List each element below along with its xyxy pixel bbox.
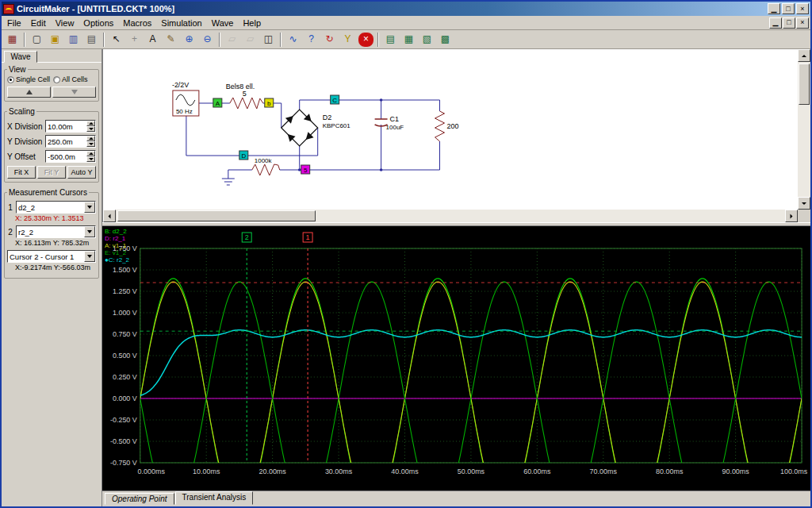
spin-down-button[interactable] [86, 126, 95, 132]
spin-up-button[interactable] [86, 121, 95, 126]
print-button[interactable]: ▤ [83, 32, 100, 48]
scroll-up-button[interactable] [798, 49, 810, 62]
minimize-button[interactable]: ▁ [768, 3, 780, 14]
paste-page-button[interactable]: ▱ [242, 32, 259, 48]
part-tool-button[interactable]: + [126, 32, 143, 48]
stop-button[interactable]: × [358, 32, 374, 48]
maximize-button[interactable]: □ [782, 3, 795, 14]
node-label-d[interactable]: D [239, 151, 248, 160]
spin-down-button[interactable] [86, 141, 95, 147]
titlebar[interactable]: CircuitMaker - [UNTITLED.CKT* 100%] ▁□× [2, 2, 810, 16]
menu-macros[interactable]: Macros [118, 17, 156, 29]
transient-plot[interactable]: 1.750 V1.500 V1.250 V1.000 V0.750 V0.500… [102, 226, 810, 491]
cursor1-signal-select[interactable]: d2_2 [16, 201, 96, 214]
scroll-down-button[interactable] [798, 197, 810, 210]
trace-v1_1[interactable] [140, 282, 802, 491]
waveform-window-button[interactable]: ▦ [400, 32, 417, 48]
mdi-restore-button[interactable]: □ [783, 17, 795, 29]
scroll-left-button[interactable] [103, 210, 116, 222]
cursor-delta-select[interactable]: Cursor 2 - Cursor 1 [7, 250, 96, 263]
menu-view[interactable]: View [51, 17, 79, 29]
schematic-vertical-scrollbar[interactable] [798, 49, 810, 210]
reset-button[interactable]: ↻ [321, 32, 338, 48]
capacitor-name: C1 [390, 115, 399, 123]
menu-simulation[interactable]: Simulation [156, 17, 206, 29]
legend-item-r2_2[interactable]: ●C: r2_2 [105, 256, 129, 264]
bridge-rectifier[interactable]: D2 KBPC601 [282, 110, 351, 146]
y-axis-button[interactable]: Y [339, 32, 356, 48]
combo-arrow-button[interactable] [84, 202, 95, 213]
bode-plot-button[interactable]: ▧ [419, 32, 435, 48]
tab-operating-point[interactable]: Operating Point [105, 493, 174, 505]
copy-page-button[interactable]: ▱ [224, 32, 240, 48]
select-tool-button[interactable]: ↖ [108, 32, 124, 48]
radio-all-cells[interactable]: All Cells [53, 75, 88, 83]
legend-item-d2_2[interactable]: B: d2_2 [105, 228, 129, 235]
tab-wave[interactable]: Wave [4, 51, 37, 63]
node-label-5[interactable]: 5 [301, 165, 310, 174]
fit-x-button[interactable]: Fit X [7, 166, 36, 179]
combo-arrow-button[interactable] [84, 226, 95, 237]
open-file-button[interactable]: ▣ [47, 32, 63, 48]
cursor2-signal-select[interactable]: r2_2 [16, 225, 96, 238]
resistor-r1-name: Bels8 ell. [226, 83, 255, 90]
auto-y-button[interactable]: Auto Y [67, 166, 96, 179]
spin-down-button[interactable] [86, 156, 95, 162]
x-division-input[interactable]: 10.00m [45, 120, 96, 133]
legend-item-v1_2[interactable]: E: v1_2 [105, 249, 129, 256]
node-label-c[interactable]: C [331, 95, 339, 104]
capacitor-c1[interactable]: C1 100uF [375, 115, 404, 131]
zoom-out-button[interactable]: ⊖ [199, 32, 216, 48]
menu-edit[interactable]: Edit [26, 17, 51, 29]
ground-symbol[interactable] [222, 179, 235, 185]
probe-tool-button[interactable]: ∿ [285, 32, 301, 48]
save-file-button[interactable]: ▥ [65, 32, 82, 48]
fit-y-button[interactable]: Fit Y [37, 166, 66, 179]
split-view-button[interactable]: ◫ [260, 32, 277, 48]
mdi-minimize-button[interactable]: ▁ [769, 17, 782, 29]
close-button[interactable]: × [796, 3, 809, 14]
y-offset-input[interactable]: -500.0m [45, 150, 96, 163]
move-trace-up-button[interactable] [7, 87, 51, 98]
legend-item-v1_1[interactable]: A: v1_1 [105, 242, 129, 249]
move-trace-down-button[interactable] [52, 87, 96, 98]
chip-tool-button[interactable]: ▦ [4, 32, 21, 48]
node-label-b[interactable]: b [265, 98, 274, 107]
resistor-r1[interactable]: Bels8 ell. 5 [226, 83, 263, 109]
schematic-canvas[interactable]: -2/2V 50 Hz Bels8 ell. 5 D2 [103, 49, 798, 210]
trace-v1_2[interactable] [140, 282, 802, 491]
scroll-track[interactable] [116, 210, 785, 222]
y-division-input[interactable]: 250.0m [45, 135, 96, 148]
resistor-load[interactable]: 200 [435, 111, 459, 141]
help-button[interactable]: ? [303, 32, 320, 48]
wires[interactable] [186, 100, 440, 179]
node-label-a[interactable]: A [213, 98, 222, 107]
combo-arrow-button[interactable] [84, 251, 95, 262]
legend-item-r2_1[interactable]: D: r2_1 [105, 235, 129, 242]
spin-up-button[interactable] [86, 151, 95, 156]
data-display-button[interactable]: ▩ [437, 32, 454, 48]
resistor-bottom[interactable]: 1000k [252, 157, 280, 175]
digital-display-button[interactable]: ▤ [382, 32, 399, 48]
mdi-close-button[interactable]: × [796, 17, 809, 29]
schematic-horizontal-scrollbar[interactable] [103, 210, 798, 222]
spin-up-button[interactable] [86, 136, 95, 141]
menu-file[interactable]: File [2, 17, 26, 29]
ac-source[interactable]: -2/2V 50 Hz [172, 81, 199, 116]
text-tool-button[interactable]: A [144, 32, 161, 48]
x-tick-label: 30.00ms [325, 468, 353, 475]
scroll-right-button[interactable] [785, 210, 798, 222]
scroll-track[interactable] [798, 62, 810, 197]
scroll-thumb[interactable] [799, 64, 810, 105]
scroll-thumb[interactable] [117, 210, 316, 221]
tab-transient-analysis[interactable]: Transient Analysis [175, 491, 254, 505]
app-icon[interactable] [3, 4, 14, 14]
wire-tool-button[interactable]: ✎ [163, 32, 179, 48]
menu-wave[interactable]: Wave [207, 17, 239, 29]
new-file-button[interactable]: ▢ [29, 32, 45, 48]
menu-options[interactable]: Options [79, 17, 118, 29]
x-tick-label: 0.000ms [138, 468, 166, 475]
radio-single-cell[interactable]: Single Cell [7, 75, 50, 83]
zoom-in-button[interactable]: ⊕ [181, 32, 197, 48]
menu-help[interactable]: Help [238, 17, 266, 29]
